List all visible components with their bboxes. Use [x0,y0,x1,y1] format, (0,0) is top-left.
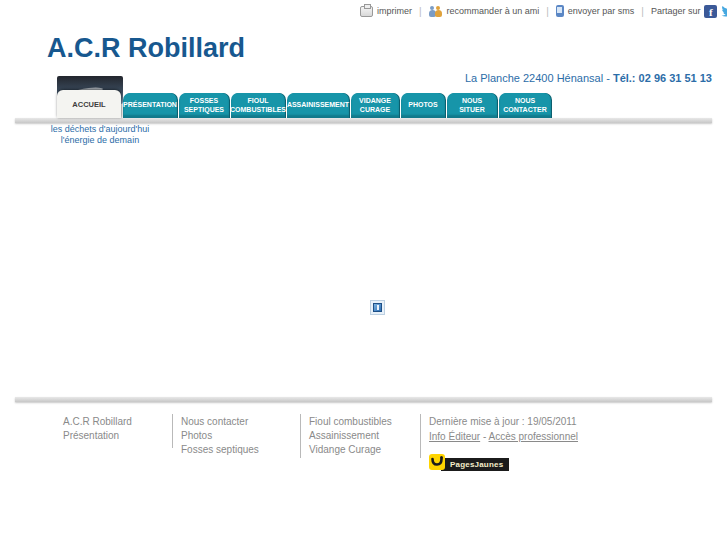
social-toolbar: imprimer | recommander à un ami | envoye… [360,2,727,20]
main-navigation: ACCUEIL PRÉSENTATION FOSSES SEPTIQUES FI… [57,90,551,118]
footer-divider [15,397,712,402]
footer-link-fioul[interactable]: Fioul combustibles [309,415,392,429]
tagline: les déchets d'aujourd'hui l'énergie de d… [40,124,160,147]
footer-column-site: A.C.R Robillard Présentation [63,415,132,443]
header-divider [15,118,712,123]
toolbar-separator: | [641,6,644,17]
address-line: La Planche 22400 Hénansal - Tél.: 02 96 … [465,72,712,84]
printer-icon [360,6,373,17]
footer-link-assainissement[interactable]: Assainissement [309,429,392,443]
page: imprimer | recommander à un ami | envoye… [0,0,727,545]
footer-link-photos[interactable]: Photos [181,429,259,443]
meta-dash: - [483,431,486,442]
tab-presentation[interactable]: PRÉSENTATION [123,93,177,118]
pagesjaunes-smiley-icon [429,454,445,470]
plugin-placeholder-icon [370,300,385,315]
share-group: Partager sur f [651,5,727,18]
tab-label: NOUS CONTACTER [502,97,548,114]
info-editor-link[interactable]: Info Éditeur [429,431,480,442]
tab-fosses-septiques[interactable]: FOSSES SEPTIQUES [179,93,229,118]
pagesjaunes-label: PagesJaunes [441,458,509,471]
tab-label: PRÉSENTATION [123,101,177,109]
tab-vidange-curage[interactable]: VIDANGE CURAGE [351,93,399,118]
recommend-button[interactable]: recommander à un ami [429,5,540,17]
page-title: A.C.R Robillard [47,33,245,64]
phone-icon [556,5,564,17]
tagline-line2: l'énergie de demain [40,135,160,146]
pagesjaunes-logo[interactable]: PagesJaunes [429,454,509,472]
address-text: La Planche 22400 Hénansal [465,72,603,84]
facebook-share-icon[interactable]: f [704,5,717,18]
footer-column-divider [300,414,301,458]
pro-access-link[interactable]: Accès professionnel [489,431,579,442]
footer-column-services: Fioul combustibles Assainissement Vidang… [309,415,392,457]
tab-nous-contacter[interactable]: NOUS CONTACTER [499,93,551,118]
footer-link-fosses[interactable]: Fosses septiques [181,443,259,457]
phone-number: Tél.: 02 96 31 51 13 [613,72,712,84]
sms-button[interactable]: envoyer par sms [556,5,635,17]
twitter-share-icon[interactable] [721,5,727,18]
footer-link-contact[interactable]: Nous contacter [181,415,259,429]
tab-label: VIDANGE CURAGE [354,97,396,114]
footer-link-vidange[interactable]: Vidange Curage [309,443,392,457]
last-update-text: Dernière mise à jour : 19/05/2011 [429,415,578,429]
tab-label: NOUS SITUER [450,97,494,114]
footer-meta-links: Info Éditeur - Accès professionnel [429,430,578,444]
tab-assainissement[interactable]: ASSAINISSEMENT [287,93,349,118]
tab-photos[interactable]: PHOTOS [401,93,445,118]
sms-label: envoyer par sms [568,6,635,16]
toolbar-separator: | [546,6,549,17]
tagline-line1: les déchets d'aujourd'hui [40,124,160,135]
footer-column-divider [172,414,173,448]
footer-column-contact: Nous contacter Photos Fosses septiques [181,415,259,457]
footer-link-presentation[interactable]: Présentation [63,429,132,443]
footer-link-home[interactable]: A.C.R Robillard [63,415,132,429]
tab-label: FIOUL COMBUSTIBLES [230,97,286,114]
print-button[interactable]: imprimer [360,6,412,17]
footer-column-divider [420,414,421,458]
tab-label: PHOTOS [408,101,437,109]
footer-column-meta: Dernière mise à jour : 19/05/2011 Info É… [429,415,578,472]
toolbar-separator: | [419,6,422,17]
tab-nous-situer[interactable]: NOUS SITUER [447,93,497,118]
print-label: imprimer [377,6,412,16]
tab-label: ASSAINISSEMENT [287,101,349,109]
recommend-label: recommander à un ami [447,6,540,16]
people-icon [429,5,443,17]
tab-label: ACCUEIL [72,100,105,109]
tab-label: FOSSES SEPTIQUES [182,97,226,114]
tab-accueil[interactable]: ACCUEIL [57,90,121,118]
share-label: Partager sur [651,6,701,16]
address-dash: - [606,72,610,84]
tab-fioul-combustibles[interactable]: FIOUL COMBUSTIBLES [231,93,285,118]
